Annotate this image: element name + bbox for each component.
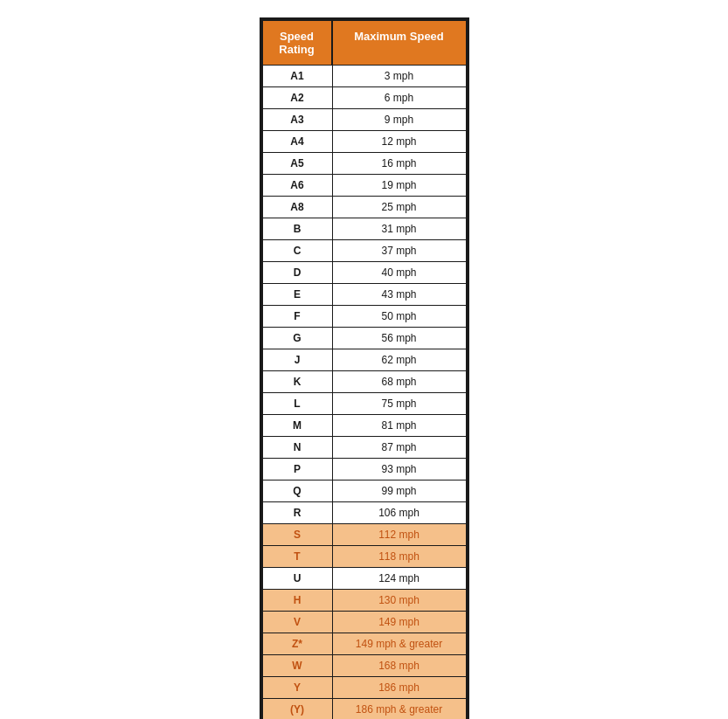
table-row: Y186 mph [263, 676, 466, 698]
table-row: A39 mph [263, 108, 466, 130]
cell-speed: 62 mph [333, 349, 466, 370]
cell-speed: 186 mph & greater [333, 699, 466, 719]
cell-rating: U [263, 568, 333, 589]
cell-rating: M [263, 415, 333, 436]
cell-rating: A4 [263, 131, 333, 152]
cell-rating: K [263, 371, 333, 392]
table-row: P93 mph [263, 458, 466, 480]
cell-rating: J [263, 349, 333, 370]
cell-speed: 31 mph [333, 218, 466, 239]
cell-rating: A1 [263, 66, 333, 86]
cell-speed: 9 mph [333, 109, 466, 130]
cell-rating: H [263, 590, 333, 611]
table-row: S112 mph [263, 523, 466, 545]
cell-speed: 12 mph [333, 131, 466, 152]
cell-rating: P [263, 459, 333, 480]
table-row: J62 mph [263, 349, 466, 370]
table-row: D40 mph [263, 261, 466, 283]
cell-speed: 50 mph [333, 306, 466, 327]
cell-rating: B [263, 218, 333, 239]
table-row: Q99 mph [263, 480, 466, 501]
cell-speed: 37 mph [333, 240, 466, 261]
table-row: F50 mph [263, 305, 466, 327]
cell-speed: 68 mph [333, 371, 466, 392]
cell-rating: (Y) [263, 699, 333, 719]
cell-rating: D [263, 262, 333, 283]
cell-speed: 75 mph [333, 393, 466, 414]
table-row: H130 mph [263, 589, 466, 611]
table-row: A516 mph [263, 152, 466, 174]
table-row: T118 mph [263, 545, 466, 567]
table-row: A13 mph [263, 65, 466, 86]
cell-rating: A8 [263, 197, 333, 218]
header-maximum-speed: Maximum Speed [333, 21, 466, 65]
table-row: G56 mph [263, 327, 466, 349]
table-header: Speed Rating Maximum Speed [263, 21, 466, 65]
table-row: (Y)186 mph & greater [263, 698, 466, 719]
cell-speed: 186 mph [333, 677, 466, 698]
cell-speed: 93 mph [333, 459, 466, 480]
table-row: W168 mph [263, 654, 466, 676]
cell-speed: 16 mph [333, 153, 466, 174]
table-row: R106 mph [263, 501, 466, 523]
cell-rating: Q [263, 480, 333, 501]
table-row: A412 mph [263, 130, 466, 152]
table-body: A13 mphA26 mphA39 mphA412 mphA516 mphA61… [263, 65, 466, 719]
table-row: L75 mph [263, 392, 466, 414]
table-row: E43 mph [263, 283, 466, 305]
cell-speed: 81 mph [333, 415, 466, 436]
cell-rating: E [263, 284, 333, 305]
table-row: V149 mph [263, 611, 466, 633]
cell-speed: 124 mph [333, 568, 466, 589]
cell-rating: T [263, 546, 333, 567]
table-row: U124 mph [263, 567, 466, 589]
cell-rating: A3 [263, 109, 333, 130]
cell-speed: 168 mph [333, 655, 466, 676]
cell-speed: 25 mph [333, 197, 466, 218]
table-row: B31 mph [263, 218, 466, 239]
cell-speed: 43 mph [333, 284, 466, 305]
cell-speed: 112 mph [333, 524, 466, 545]
cell-speed: 149 mph [333, 612, 466, 633]
cell-speed: 3 mph [333, 66, 466, 86]
cell-rating: F [263, 306, 333, 327]
table-row: M81 mph [263, 414, 466, 436]
cell-rating: A6 [263, 175, 333, 196]
cell-speed: 87 mph [333, 437, 466, 458]
cell-rating: V [263, 612, 333, 633]
table-row: Z*149 mph & greater [263, 633, 466, 654]
cell-speed: 106 mph [333, 502, 466, 523]
cell-rating: N [263, 437, 333, 458]
cell-rating: W [263, 655, 333, 676]
table-row: N87 mph [263, 436, 466, 458]
cell-rating: G [263, 328, 333, 349]
cell-rating: S [263, 524, 333, 545]
cell-speed: 40 mph [333, 262, 466, 283]
table-row: A619 mph [263, 174, 466, 196]
header-speed-rating: Speed Rating [263, 21, 333, 65]
table-row: A825 mph [263, 196, 466, 218]
cell-speed: 99 mph [333, 480, 466, 501]
table-row: A26 mph [263, 86, 466, 108]
cell-rating: Y [263, 677, 333, 698]
cell-speed: 130 mph [333, 590, 466, 611]
cell-rating: C [263, 240, 333, 261]
cell-speed: 19 mph [333, 175, 466, 196]
table-row: C37 mph [263, 239, 466, 261]
speed-rating-table: Speed Rating Maximum Speed A13 mphA26 mp… [260, 17, 469, 719]
cell-rating: A2 [263, 87, 333, 108]
cell-speed: 118 mph [333, 546, 466, 567]
table-row: K68 mph [263, 370, 466, 392]
cell-speed: 56 mph [333, 328, 466, 349]
cell-speed: 6 mph [333, 87, 466, 108]
cell-rating: A5 [263, 153, 333, 174]
cell-rating: R [263, 502, 333, 523]
cell-rating: L [263, 393, 333, 414]
cell-rating: Z* [263, 633, 333, 654]
cell-speed: 149 mph & greater [333, 633, 466, 654]
